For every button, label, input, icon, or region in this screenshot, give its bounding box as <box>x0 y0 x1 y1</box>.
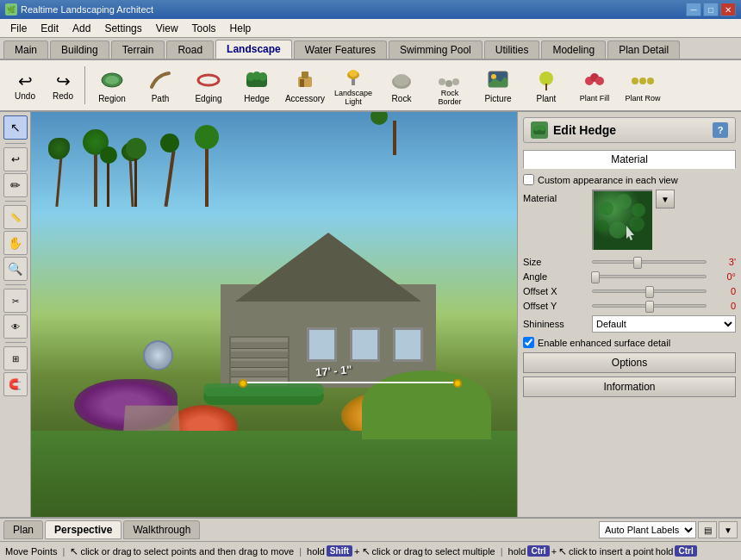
tab-landscape[interactable]: Landscape <box>215 40 292 59</box>
rock-tool-button[interactable]: Rock <box>378 63 425 108</box>
maximize-button[interactable]: □ <box>703 3 719 16</box>
angle-control[interactable]: 0° <box>592 271 736 282</box>
tab-utilities[interactable]: Utilities <box>484 40 540 59</box>
cursor-icon-2: ↖ <box>362 545 370 557</box>
tab-terrain[interactable]: Terrain <box>111 40 165 59</box>
titlebar-controls[interactable]: ─ □ ✕ <box>686 3 736 16</box>
offset-x-slider[interactable] <box>592 289 707 293</box>
enhanced-surface-checkbox[interactable] <box>523 337 534 348</box>
size-control[interactable]: 3' <box>592 257 736 267</box>
pan-tool-button[interactable]: ✋ <box>3 231 28 255</box>
angle-slider-thumb[interactable] <box>591 271 600 283</box>
undo-label: Undo <box>15 91 35 101</box>
plant-labels-dropdown[interactable]: Auto Plant Labels Plant Labels No Labels <box>599 521 696 538</box>
desc-2: to select multiple <box>425 546 495 557</box>
svg-point-20 <box>539 72 553 85</box>
svg-rect-9 <box>300 79 304 87</box>
close-button[interactable]: ✕ <box>720 3 736 16</box>
material-preview[interactable] <box>592 190 652 250</box>
plan-view-tab[interactable]: Plan <box>3 520 43 539</box>
titlebar: 🌿 Realtime Landscaping Architect ─ □ ✕ <box>0 0 741 19</box>
left-tool-separator-3 <box>5 284 26 285</box>
information-button[interactable]: Information <box>523 376 736 397</box>
select-tool-button[interactable]: ↖ <box>3 115 28 140</box>
menu-edit[interactable]: Edit <box>34 21 65 36</box>
view-icon-btn-1[interactable]: ▤ <box>698 521 717 538</box>
minimize-button[interactable]: ─ <box>686 3 701 16</box>
custom-appearance-checkbox[interactable] <box>523 174 534 185</box>
undo-left-button[interactable]: ↩ <box>3 147 28 171</box>
menu-view[interactable]: View <box>149 21 185 36</box>
help-button[interactable]: ? <box>713 122 728 138</box>
redo-label: Redo <box>53 91 73 101</box>
pencil-tool-button[interactable]: ✏ <box>3 173 28 197</box>
plant-fill-tool-button[interactable]: Plant Fill <box>571 63 618 108</box>
offset-x-control[interactable]: 0 <box>592 286 736 296</box>
material-dropdown-button[interactable]: ▼ <box>656 190 675 208</box>
menu-help[interactable]: Help <box>223 21 258 36</box>
hold-label-3: hold <box>656 546 674 557</box>
tab-main[interactable]: Main <box>3 40 48 59</box>
angle-slider[interactable] <box>592 275 707 278</box>
menu-file[interactable]: File <box>3 21 34 36</box>
tab-water-features[interactable]: Water Features <box>294 40 387 59</box>
shininess-select[interactable]: Default Low Medium High <box>592 315 736 333</box>
titlebar-left: 🌿 Realtime Landscaping Architect <box>5 3 153 16</box>
walkthrough-view-tab[interactable]: Walkthrough <box>123 520 200 539</box>
accessory-tool-button[interactable]: Accessory <box>282 63 328 108</box>
region-tool-button[interactable]: Region <box>89 63 135 108</box>
tab-plan-detail[interactable]: Plan Detail <box>607 40 680 59</box>
redo-button[interactable]: ↪ Redo <box>45 63 81 108</box>
tab-building[interactable]: Building <box>50 40 109 59</box>
angle-row: Angle 0° <box>523 271 736 282</box>
measure-tool-button[interactable]: 📏 <box>3 205 28 229</box>
eye-tool-button[interactable]: 👁 <box>3 314 28 339</box>
size-slider-thumb[interactable] <box>633 257 642 269</box>
offset-y-slider[interactable] <box>592 304 707 308</box>
path-tool-button[interactable]: Path <box>137 63 184 108</box>
svg-point-36 <box>596 220 608 232</box>
menu-settings[interactable]: Settings <box>97 21 148 36</box>
landscape-light-label: Landscape Light <box>333 90 374 107</box>
plant-tool-button[interactable]: Plant <box>523 63 570 108</box>
statusbar: Move Points | ↖ click or drag to select … <box>0 541 741 560</box>
click-label-3: click <box>569 546 587 557</box>
hedge-label: Hedge <box>244 94 269 103</box>
material-tab[interactable]: Material <box>523 150 736 169</box>
hedge-tool-button[interactable]: Hedge <box>234 63 280 108</box>
angle-label: Angle <box>523 271 592 282</box>
cut-tool-button[interactable]: ✂ <box>3 289 28 313</box>
landscape-light-tool-button[interactable]: Landscape Light <box>330 63 377 108</box>
grid-tool-button[interactable]: ⊞ <box>3 346 28 370</box>
rock-border-tool-button[interactable]: Rock Border <box>427 63 473 108</box>
offset-x-slider-thumb[interactable] <box>645 286 654 298</box>
tab-road[interactable]: Road <box>166 40 214 59</box>
picture-tool-button[interactable]: Picture <box>475 63 521 108</box>
ctrl-key-1: Ctrl <box>527 545 549 557</box>
ctrl-key-2: Ctrl <box>675 545 696 557</box>
plant-row-tool-button[interactable]: Plant Row <box>620 63 666 108</box>
svg-point-14 <box>394 74 409 86</box>
undo-button[interactable]: ↩ Undo <box>7 63 43 108</box>
app-icon: 🌿 <box>5 3 17 16</box>
rock-border-label: Rock Border <box>429 90 470 107</box>
offset-y-slider-thumb[interactable] <box>645 301 654 313</box>
custom-appearance-label: Custom appearance in each view <box>538 175 678 185</box>
offset-y-row: Offset Y 0 <box>523 301 736 311</box>
tab-modeling[interactable]: Modeling <box>541 40 606 59</box>
edging-tool-button[interactable]: Edging <box>185 63 232 108</box>
tab-swimming-pool[interactable]: Swimming Pool <box>389 40 483 59</box>
size-slider[interactable] <box>592 260 707 264</box>
zoom-tool-button[interactable]: 🔍 <box>3 257 28 281</box>
options-button[interactable]: Options <box>523 352 736 373</box>
magnet-tool-button[interactable]: 🧲 <box>3 372 28 396</box>
viewport[interactable]: 17' - 1" <box>31 112 517 517</box>
menu-add[interactable]: Add <box>65 21 97 36</box>
status-ctrl-section: hold Ctrl + ↖ click to insert a point ho… <box>508 545 697 557</box>
svg-point-27 <box>647 78 654 84</box>
menu-tools[interactable]: Tools <box>185 21 223 36</box>
offset-y-control[interactable]: 0 <box>592 301 736 311</box>
perspective-view-tab[interactable]: Perspective <box>45 520 121 539</box>
path-icon <box>147 67 173 93</box>
view-icon-btn-2[interactable]: ▼ <box>719 521 738 538</box>
